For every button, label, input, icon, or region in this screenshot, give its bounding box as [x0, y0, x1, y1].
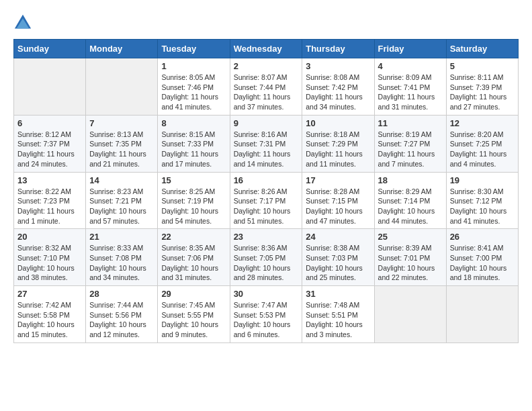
weekday-header: Thursday [302, 40, 374, 58]
day-number: 28 [89, 289, 154, 299]
calendar-cell: 20Sunrise: 8:32 AMSunset: 7:10 PMDayligh… [14, 229, 86, 286]
logo-icon [13, 13, 32, 32]
calendar-cell: 31Sunrise: 7:48 AMSunset: 5:51 PMDayligh… [302, 286, 374, 343]
day-number: 31 [306, 289, 370, 299]
weekday-header: Friday [374, 40, 446, 58]
page-header [13, 13, 519, 32]
calendar-cell [374, 286, 446, 343]
calendar-cell [86, 58, 158, 116]
calendar-cell: 30Sunrise: 7:47 AMSunset: 5:53 PMDayligh… [230, 286, 302, 343]
calendar-cell: 23Sunrise: 8:36 AMSunset: 7:05 PMDayligh… [230, 229, 302, 286]
day-info: Sunrise: 8:18 AMSunset: 7:29 PMDaylight:… [306, 130, 370, 169]
day-info: Sunrise: 8:05 AMSunset: 7:46 PMDaylight:… [161, 73, 226, 112]
day-info: Sunrise: 8:38 AMSunset: 7:03 PMDaylight:… [306, 243, 370, 283]
calendar-cell: 9Sunrise: 8:16 AMSunset: 7:31 PMDaylight… [230, 115, 302, 172]
day-info: Sunrise: 7:47 AMSunset: 5:53 PMDaylight:… [234, 300, 299, 340]
day-number: 17 [306, 175, 370, 185]
day-info: Sunrise: 8:11 AMSunset: 7:39 PMDaylight:… [450, 73, 515, 112]
day-info: Sunrise: 8:30 AMSunset: 7:12 PMDaylight:… [450, 187, 515, 226]
day-info: Sunrise: 8:35 AMSunset: 7:06 PMDaylight:… [161, 243, 226, 283]
day-info: Sunrise: 8:33 AMSunset: 7:08 PMDaylight:… [89, 243, 154, 283]
day-info: Sunrise: 8:28 AMSunset: 7:15 PMDaylight:… [306, 187, 370, 226]
weekday-header: Saturday [446, 40, 518, 58]
calendar-cell: 5Sunrise: 8:11 AMSunset: 7:39 PMDaylight… [446, 58, 518, 116]
day-info: Sunrise: 7:42 AMSunset: 5:58 PMDaylight:… [17, 300, 82, 340]
calendar-week-row: 20Sunrise: 8:32 AMSunset: 7:10 PMDayligh… [14, 229, 519, 286]
day-number: 15 [161, 175, 226, 185]
calendar-cell: 26Sunrise: 8:41 AMSunset: 7:00 PMDayligh… [446, 229, 518, 286]
day-number: 2 [234, 61, 299, 71]
calendar-cell [14, 58, 86, 116]
day-number: 12 [450, 118, 515, 128]
day-info: Sunrise: 7:44 AMSunset: 5:56 PMDaylight:… [89, 300, 154, 340]
day-info: Sunrise: 7:48 AMSunset: 5:51 PMDaylight:… [306, 300, 370, 340]
day-info: Sunrise: 8:22 AMSunset: 7:23 PMDaylight:… [17, 187, 82, 226]
day-number: 10 [306, 118, 370, 128]
calendar-cell: 8Sunrise: 8:15 AMSunset: 7:33 PMDaylight… [158, 115, 230, 172]
calendar-cell: 24Sunrise: 8:38 AMSunset: 7:03 PMDayligh… [302, 229, 374, 286]
day-info: Sunrise: 8:36 AMSunset: 7:05 PMDaylight:… [234, 243, 299, 283]
calendar-cell: 18Sunrise: 8:29 AMSunset: 7:14 PMDayligh… [374, 172, 446, 229]
day-info: Sunrise: 8:19 AMSunset: 7:27 PMDaylight:… [378, 130, 443, 169]
calendar-cell: 29Sunrise: 7:45 AMSunset: 5:55 PMDayligh… [158, 286, 230, 343]
calendar-cell: 12Sunrise: 8:20 AMSunset: 7:25 PMDayligh… [446, 115, 518, 172]
day-number: 5 [450, 61, 515, 71]
day-number: 23 [234, 232, 299, 242]
day-info: Sunrise: 8:41 AMSunset: 7:00 PMDaylight:… [450, 243, 515, 283]
calendar-week-row: 27Sunrise: 7:42 AMSunset: 5:58 PMDayligh… [14, 286, 519, 343]
calendar-week-row: 6Sunrise: 8:12 AMSunset: 7:37 PMDaylight… [14, 115, 519, 172]
day-info: Sunrise: 8:29 AMSunset: 7:14 PMDaylight:… [378, 187, 443, 226]
day-number: 8 [161, 118, 226, 128]
day-number: 14 [89, 175, 154, 185]
calendar-cell [446, 286, 518, 343]
weekday-header: Tuesday [158, 40, 230, 58]
day-info: Sunrise: 8:23 AMSunset: 7:21 PMDaylight:… [89, 187, 154, 226]
calendar-cell: 25Sunrise: 8:39 AMSunset: 7:01 PMDayligh… [374, 229, 446, 286]
weekday-header: Monday [86, 40, 158, 58]
day-number: 1 [161, 61, 226, 71]
day-number: 18 [378, 175, 443, 185]
calendar-cell: 11Sunrise: 8:19 AMSunset: 7:27 PMDayligh… [374, 115, 446, 172]
calendar-cell: 4Sunrise: 8:09 AMSunset: 7:41 PMDaylight… [374, 58, 446, 116]
day-number: 16 [234, 175, 299, 185]
day-info: Sunrise: 8:15 AMSunset: 7:33 PMDaylight:… [161, 130, 226, 169]
calendar-week-row: 13Sunrise: 8:22 AMSunset: 7:23 PMDayligh… [14, 172, 519, 229]
weekday-header-row: SundayMondayTuesdayWednesdayThursdayFrid… [14, 40, 519, 58]
calendar-table: SundayMondayTuesdayWednesdayThursdayFrid… [13, 39, 519, 343]
logo [13, 13, 35, 32]
calendar-cell: 1Sunrise: 8:05 AMSunset: 7:46 PMDaylight… [158, 58, 230, 116]
calendar-cell: 17Sunrise: 8:28 AMSunset: 7:15 PMDayligh… [302, 172, 374, 229]
day-number: 25 [378, 232, 443, 242]
day-info: Sunrise: 8:08 AMSunset: 7:42 PMDaylight:… [306, 73, 370, 112]
day-number: 9 [234, 118, 299, 128]
calendar-cell: 14Sunrise: 8:23 AMSunset: 7:21 PMDayligh… [86, 172, 158, 229]
day-number: 3 [306, 61, 370, 71]
day-info: Sunrise: 8:20 AMSunset: 7:25 PMDaylight:… [450, 130, 515, 169]
day-info: Sunrise: 8:25 AMSunset: 7:19 PMDaylight:… [161, 187, 226, 226]
day-info: Sunrise: 8:09 AMSunset: 7:41 PMDaylight:… [378, 73, 443, 112]
calendar-cell: 28Sunrise: 7:44 AMSunset: 5:56 PMDayligh… [86, 286, 158, 343]
calendar-cell: 27Sunrise: 7:42 AMSunset: 5:58 PMDayligh… [14, 286, 86, 343]
calendar-cell: 10Sunrise: 8:18 AMSunset: 7:29 PMDayligh… [302, 115, 374, 172]
day-number: 21 [89, 232, 154, 242]
calendar-cell: 21Sunrise: 8:33 AMSunset: 7:08 PMDayligh… [86, 229, 158, 286]
day-number: 19 [450, 175, 515, 185]
day-number: 26 [450, 232, 515, 242]
calendar-cell: 7Sunrise: 8:13 AMSunset: 7:35 PMDaylight… [86, 115, 158, 172]
day-number: 20 [17, 232, 82, 242]
day-number: 13 [17, 175, 82, 185]
calendar-cell: 16Sunrise: 8:26 AMSunset: 7:17 PMDayligh… [230, 172, 302, 229]
calendar-cell: 19Sunrise: 8:30 AMSunset: 7:12 PMDayligh… [446, 172, 518, 229]
calendar-cell: 15Sunrise: 8:25 AMSunset: 7:19 PMDayligh… [158, 172, 230, 229]
calendar-cell: 22Sunrise: 8:35 AMSunset: 7:06 PMDayligh… [158, 229, 230, 286]
calendar-cell: 13Sunrise: 8:22 AMSunset: 7:23 PMDayligh… [14, 172, 86, 229]
day-number: 24 [306, 232, 370, 242]
calendar-week-row: 1Sunrise: 8:05 AMSunset: 7:46 PMDaylight… [14, 58, 519, 116]
day-info: Sunrise: 8:12 AMSunset: 7:37 PMDaylight:… [17, 130, 82, 169]
calendar-cell: 2Sunrise: 8:07 AMSunset: 7:44 PMDaylight… [230, 58, 302, 116]
day-number: 7 [89, 118, 154, 128]
day-info: Sunrise: 8:26 AMSunset: 7:17 PMDaylight:… [234, 187, 299, 226]
calendar-cell: 3Sunrise: 8:08 AMSunset: 7:42 PMDaylight… [302, 58, 374, 116]
day-info: Sunrise: 8:32 AMSunset: 7:10 PMDaylight:… [17, 243, 82, 283]
day-info: Sunrise: 8:07 AMSunset: 7:44 PMDaylight:… [234, 73, 299, 112]
